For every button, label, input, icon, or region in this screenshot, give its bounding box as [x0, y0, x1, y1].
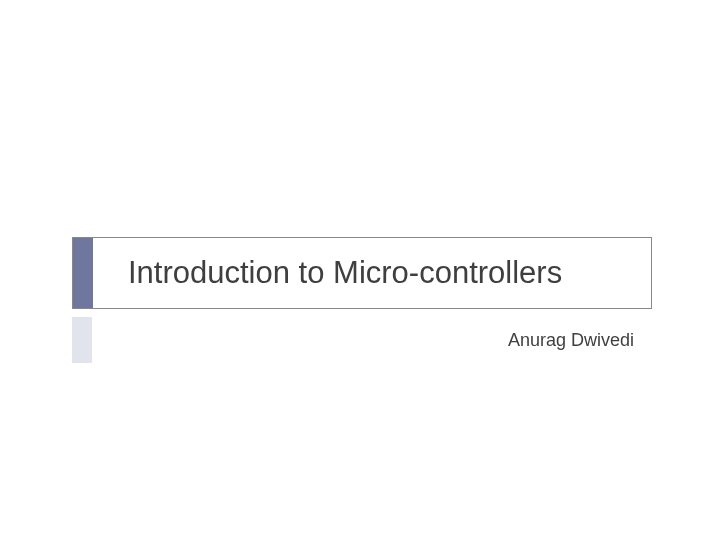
slide-author: Anurag Dwivedi	[508, 330, 634, 351]
author-block: Anurag Dwivedi	[72, 317, 652, 363]
title-content: Introduction to Micro-controllers	[93, 238, 651, 308]
slide-title: Introduction to Micro-controllers	[128, 255, 562, 291]
title-block: Introduction to Micro-controllers	[72, 237, 652, 309]
title-accent-bar	[73, 238, 93, 308]
author-accent-bar	[72, 317, 92, 363]
author-content: Anurag Dwivedi	[92, 317, 652, 363]
slide-container: Introduction to Micro-controllers Anurag…	[0, 0, 720, 540]
